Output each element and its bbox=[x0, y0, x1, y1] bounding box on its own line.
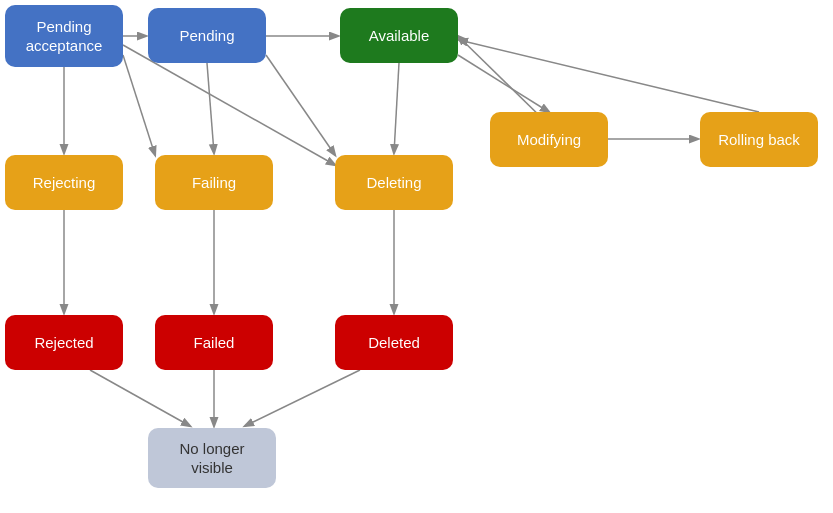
svg-line-8 bbox=[394, 63, 399, 153]
svg-line-9 bbox=[266, 55, 335, 155]
deleted-node: Deleted bbox=[335, 315, 453, 370]
svg-line-7 bbox=[123, 55, 155, 155]
state-diagram: Pendingacceptance Pending Available Modi… bbox=[0, 0, 833, 513]
svg-line-16 bbox=[245, 370, 360, 426]
rolling-back-node: Rolling back bbox=[700, 112, 818, 167]
available-node: Available bbox=[340, 8, 458, 63]
pending-node: Pending bbox=[148, 8, 266, 63]
arrows-svg bbox=[0, 0, 833, 513]
failed-node: Failed bbox=[155, 315, 273, 370]
failing-node: Failing bbox=[155, 155, 273, 210]
no-longer-visible-node: No longervisible bbox=[148, 428, 276, 488]
rejected-node: Rejected bbox=[5, 315, 123, 370]
deleting-node: Deleting bbox=[335, 155, 453, 210]
svg-line-10 bbox=[123, 45, 335, 165]
rejecting-node: Rejecting bbox=[5, 155, 123, 210]
svg-line-14 bbox=[90, 370, 190, 426]
modifying-node: Modifying bbox=[490, 112, 608, 167]
svg-line-2 bbox=[458, 55, 549, 112]
svg-line-6 bbox=[207, 63, 214, 153]
svg-line-4 bbox=[459, 40, 759, 112]
pending-acceptance-node: Pendingacceptance bbox=[5, 5, 123, 67]
